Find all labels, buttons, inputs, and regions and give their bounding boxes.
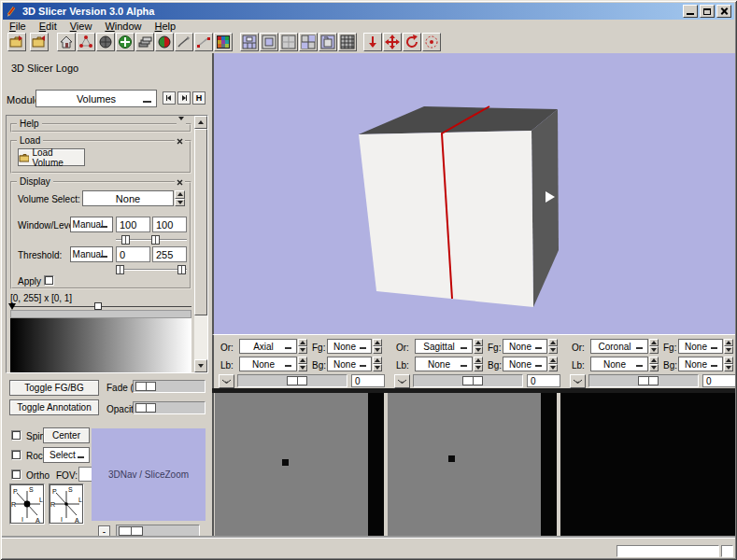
coronal-slice-view[interactable]	[560, 393, 735, 537]
tf-point-marker-icon[interactable]	[8, 303, 16, 310]
volumes-module-button[interactable]	[135, 33, 154, 51]
bg-spinner[interactable]	[724, 357, 733, 371]
resize-grip[interactable]	[721, 545, 733, 557]
nav-slicezoom-view[interactable]: 3DNav / SliceZoom	[92, 428, 206, 521]
scroll-down-button[interactable]	[194, 359, 207, 372]
threshold-range-slider[interactable]	[116, 265, 187, 274]
window-level-range-slider[interactable]	[116, 235, 187, 245]
window-level-mode-menubutton[interactable]: Manual	[70, 217, 113, 232]
measurements-module-button[interactable]	[194, 33, 213, 51]
ortho-checkbox[interactable]	[11, 469, 21, 480]
models-module-button[interactable]	[155, 33, 174, 51]
axial-slice-view[interactable]	[215, 393, 368, 537]
layout-3d-only-button[interactable]	[260, 33, 278, 51]
slice-offset-entry[interactable]: 0	[527, 374, 560, 387]
slice-visibility-button[interactable]	[570, 374, 586, 388]
label-map-menubutton[interactable]: None	[239, 357, 297, 371]
mouse-rotate-button[interactable]	[403, 33, 421, 51]
slider-handle[interactable]	[119, 526, 143, 536]
home-module-button[interactable]	[57, 33, 76, 51]
transforms-module-button[interactable]	[116, 33, 135, 51]
slice-visibility-button[interactable]	[219, 374, 234, 388]
axis-orientation-widget[interactable]: SI RL PA	[49, 483, 84, 525]
load-section-close-button[interactable]	[175, 137, 185, 147]
import-scene-button[interactable]	[30, 33, 49, 51]
layout-conventional-button[interactable]	[240, 33, 259, 51]
apply-checkbox[interactable]	[44, 275, 54, 286]
fade-slider[interactable]	[133, 380, 206, 393]
tf-point-handle[interactable]	[94, 302, 102, 310]
slice-visibility-button[interactable]	[394, 374, 410, 388]
bg-menubutton[interactable]: None	[678, 357, 723, 371]
axial-slice-margin[interactable]	[368, 393, 384, 537]
center-button[interactable]: Center	[43, 427, 90, 443]
layout-tabbed-button[interactable]	[319, 33, 337, 51]
threshold-low-entry[interactable]: 0	[116, 246, 150, 262]
slider-handle[interactable]	[135, 403, 156, 413]
label-map-spinner[interactable]	[649, 357, 659, 371]
rock-checkbox[interactable]	[11, 450, 21, 460]
slice-offset-entry[interactable]: 0	[351, 374, 385, 387]
orientation-menubutton[interactable]: Axial	[239, 339, 297, 354]
module-forward-button[interactable]	[177, 91, 191, 105]
sagittal-slice-margin[interactable]	[541, 393, 557, 537]
layout-lightbox-button[interactable]	[338, 33, 357, 51]
slice-offset-slider[interactable]	[237, 374, 347, 387]
orientation-menubutton[interactable]: Sagittal	[415, 339, 473, 354]
bg-menubutton[interactable]: None	[503, 357, 547, 371]
layout-four-up-button[interactable]	[279, 33, 298, 51]
axis-orientation-widget[interactable]: SI RL PA	[9, 483, 45, 525]
viewport-3d[interactable]	[212, 53, 735, 334]
data-module-button[interactable]	[96, 33, 115, 51]
menu-edit[interactable]: Edit	[33, 21, 64, 32]
help-expand-button[interactable]	[177, 121, 186, 131]
orientation-menubutton[interactable]: Coronal	[590, 339, 648, 354]
volume-select-menubutton[interactable]: None	[82, 190, 174, 206]
level-entry[interactable]: 100	[152, 217, 187, 232]
slider-handle[interactable]	[287, 376, 307, 385]
sagittal-slice-view[interactable]	[388, 393, 541, 537]
orientation-spinner[interactable]	[474, 339, 483, 354]
fg-spinner[interactable]	[373, 339, 382, 354]
fiducials-module-button[interactable]	[77, 33, 95, 51]
menu-window[interactable]: Window	[98, 21, 148, 32]
scrollbar-thumb[interactable]	[194, 129, 207, 315]
menu-file[interactable]: File	[3, 21, 33, 32]
bg-spinner[interactable]	[548, 357, 558, 371]
slice-offset-slider[interactable]	[413, 374, 523, 387]
mouse-place-button[interactable]	[422, 33, 441, 51]
opacity-slider[interactable]	[133, 401, 206, 414]
title-bar[interactable]: 3D Slicer Version 3.0 Alpha	[3, 3, 734, 20]
spinner-up-icon[interactable]	[175, 190, 185, 199]
range-handle-low[interactable]	[116, 265, 124, 274]
fg-menubutton[interactable]: None	[327, 339, 372, 354]
display-section-close-button[interactable]	[175, 178, 185, 188]
threshold-high-entry[interactable]: 255	[152, 246, 187, 262]
mouse-pick-button[interactable]	[363, 33, 382, 51]
modules-menubutton[interactable]: Volumes	[35, 90, 157, 107]
threshold-mode-menubutton[interactable]: Manual	[70, 246, 113, 262]
bg-menubutton[interactable]: None	[327, 357, 372, 371]
spinner-down-icon[interactable]	[175, 199, 185, 207]
range-handle-low[interactable]	[121, 235, 130, 245]
range-handle-high[interactable]	[177, 265, 186, 274]
fg-menubutton[interactable]: None	[503, 339, 547, 354]
label-map-menubutton[interactable]: None	[415, 357, 473, 371]
toggle-fgbg-button[interactable]: Toggle FG/BG	[9, 380, 99, 396]
module-back-button[interactable]	[163, 91, 176, 105]
fg-menubutton[interactable]: None	[678, 339, 723, 354]
nav-minus-button[interactable]: -	[98, 525, 110, 538]
spin-checkbox[interactable]	[11, 430, 21, 441]
module-scrollbar[interactable]	[194, 116, 207, 372]
nav-zoom-slider[interactable]	[116, 525, 200, 538]
slice-offset-slider[interactable]	[588, 374, 699, 387]
load-scene-button[interactable]	[7, 33, 26, 51]
orientation-spinner[interactable]	[649, 339, 659, 354]
mouse-translate-button[interactable]	[383, 33, 402, 51]
slider-handle[interactable]	[135, 382, 156, 391]
slice-offset-entry[interactable]: 0	[702, 374, 736, 387]
layout-2x2-button[interactable]	[299, 33, 318, 51]
menu-view[interactable]: View	[64, 21, 99, 32]
menu-help[interactable]: Help	[149, 21, 183, 32]
maximize-button[interactable]	[700, 5, 715, 18]
